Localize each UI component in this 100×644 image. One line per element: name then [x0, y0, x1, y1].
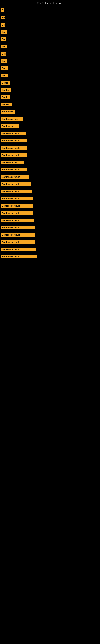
bottleneck-label: Bo	[1, 16, 4, 19]
bottleneck-label: Bottleneck resu	[1, 160, 24, 164]
list-item: Bottleneck result	[1, 153, 99, 157]
list-item: Bot	[1, 52, 99, 56]
bottleneck-label: Bottleneck result	[1, 233, 35, 237]
bottleneck-label: Bottleneck result	[1, 240, 35, 244]
list-item: Bottle	[1, 81, 99, 84]
list-item: Bott	[1, 66, 99, 70]
list-item: Bot	[1, 38, 99, 41]
list-item: Bottleneck result	[1, 197, 99, 200]
list-item: Bottleneck result	[1, 132, 99, 135]
bottleneck-label: Bottleneck result	[1, 197, 33, 200]
bottleneck-label: Bottleneck result	[1, 255, 37, 258]
list-item: Bottle	[1, 96, 99, 99]
list-item: Bott	[1, 74, 99, 77]
bottleneck-label: Bott	[1, 30, 7, 34]
list-item: Bottleneck result	[1, 218, 99, 222]
list-item: Bo	[1, 16, 99, 19]
page-title: TheBottlenecker.com	[0, 0, 100, 6]
list-item: Bottleneck result	[1, 190, 99, 193]
list-item: Bottlen	[1, 88, 99, 92]
bottleneck-label: Bottleneck result	[1, 226, 35, 230]
bottleneck-label: Bottle	[1, 96, 10, 99]
bottleneck-label: B	[1, 8, 4, 12]
list-item: Bottleneck resu	[1, 117, 99, 121]
list-item: Bott	[1, 45, 99, 48]
list-item: Bo	[1, 23, 99, 26]
bottleneck-label: Bottlen	[1, 103, 12, 106]
list-item: Bottleneck result	[1, 226, 99, 230]
list-item: Bottleneck result	[1, 255, 99, 258]
bottleneck-label: Bottleneck result	[1, 190, 32, 193]
list-item: Bottleneck r	[1, 124, 99, 128]
list-item: Bottleneck resu	[1, 160, 99, 164]
bottleneck-label: Bott	[1, 45, 7, 48]
list-item: B	[1, 8, 99, 12]
list-item: Bottleneck result	[1, 175, 99, 179]
bottleneck-label: Bottleneck result	[1, 248, 36, 251]
list-item: Bottleneck result	[1, 204, 99, 208]
list-item: Bottleneck result	[1, 211, 99, 215]
list-item: Bottleneck result	[1, 139, 99, 142]
bottleneck-label: Bot	[1, 38, 6, 41]
list-item: Bottleneck result	[1, 182, 99, 186]
bottleneck-label: Bott	[1, 66, 8, 70]
bottleneck-label: Bottleneck result	[1, 175, 29, 179]
list-item: Bottleneck result	[1, 240, 99, 244]
bottleneck-label: Bottleneck result	[1, 218, 34, 222]
list-item: Bottlen	[1, 103, 99, 106]
list-item: Bottleneck result	[1, 146, 99, 150]
bottleneck-label: Bottleneck result	[1, 146, 27, 150]
list-item: Bott	[1, 59, 99, 63]
bottleneck-label: Bottleneck result	[1, 204, 33, 208]
bottleneck-label: Bottleneck result	[1, 211, 33, 215]
bottleneck-label: Bottleneck result	[1, 139, 27, 142]
bottleneck-label: Bottleneck	[1, 110, 15, 114]
bottleneck-label: Bott	[1, 59, 7, 63]
bottleneck-label: Bot	[1, 52, 6, 56]
bottleneck-label: Bottleneck result	[1, 132, 26, 135]
list-item: Bottleneck result	[1, 233, 99, 237]
bottleneck-label: Bottleneck resu	[1, 117, 23, 121]
bottleneck-label: Bottleneck result	[1, 182, 31, 186]
bottleneck-label: Bo	[1, 23, 4, 26]
bottleneck-label: Bottleneck result	[1, 153, 27, 157]
bottleneck-label: Bottleneck result	[1, 168, 27, 172]
bottleneck-label: Bottle	[1, 81, 10, 84]
bottleneck-label: Bottleneck r	[1, 124, 19, 128]
list-item: Bott	[1, 30, 99, 34]
list-item: Bottleneck result	[1, 248, 99, 251]
list-item: Bottleneck	[1, 110, 99, 114]
bottleneck-label: Bottlen	[1, 88, 11, 92]
list-item: Bottleneck result	[1, 168, 99, 172]
items-container: BBoBoBottBotBottBotBottBottBottBottleBot…	[0, 6, 100, 264]
bottleneck-label: Bott	[1, 74, 8, 77]
